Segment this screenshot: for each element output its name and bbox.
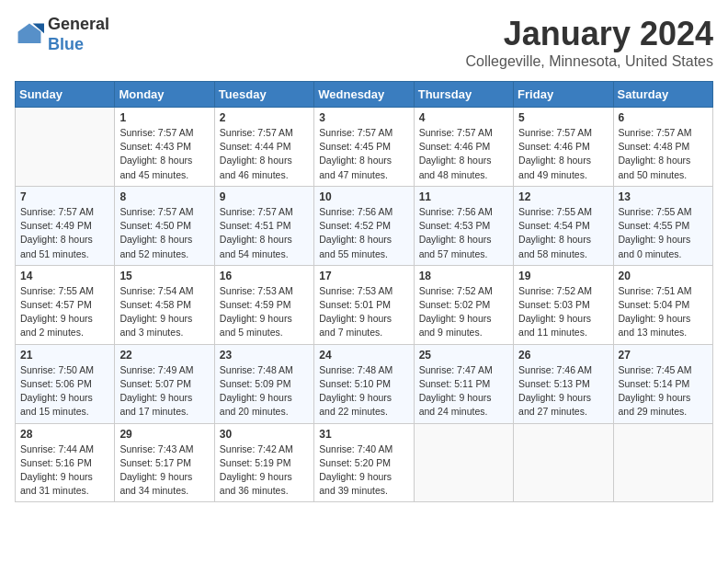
day-cell: 18Sunrise: 7:52 AMSunset: 5:02 PMDayligh… bbox=[414, 265, 513, 344]
weekday-header-wednesday: Wednesday bbox=[314, 82, 414, 108]
weekday-header-thursday: Thursday bbox=[414, 82, 513, 108]
day-info: Sunrise: 7:40 AMSunset: 5:20 PMDaylight:… bbox=[319, 442, 408, 499]
day-cell: 24Sunrise: 7:48 AMSunset: 5:10 PMDayligh… bbox=[314, 344, 414, 423]
logo: General Blue bbox=[15, 15, 109, 54]
day-info: Sunrise: 7:52 AMSunset: 5:02 PMDaylight:… bbox=[419, 284, 508, 340]
day-info: Sunrise: 7:57 AMSunset: 4:51 PMDaylight:… bbox=[220, 205, 309, 261]
day-number: 7 bbox=[20, 190, 109, 203]
day-number: 15 bbox=[119, 270, 209, 282]
week-row-1: 1Sunrise: 7:57 AMSunset: 4:43 PMDaylight… bbox=[16, 108, 713, 187]
logo-icon bbox=[15, 20, 44, 50]
day-number: 9 bbox=[220, 190, 309, 203]
calendar-subtitle: Collegeville, Minnesota, United States bbox=[466, 53, 713, 70]
week-row-5: 28Sunrise: 7:44 AMSunset: 5:16 PMDayligh… bbox=[16, 423, 713, 502]
day-cell: 12Sunrise: 7:55 AMSunset: 4:54 PMDayligh… bbox=[514, 186, 613, 265]
day-info: Sunrise: 7:57 AMSunset: 4:49 PMDaylight:… bbox=[20, 205, 109, 261]
day-info: Sunrise: 7:57 AMSunset: 4:45 PMDaylight:… bbox=[319, 126, 408, 182]
day-cell: 29Sunrise: 7:43 AMSunset: 5:17 PMDayligh… bbox=[115, 423, 214, 502]
day-number: 19 bbox=[518, 270, 608, 282]
calendar-header: General Blue January 2024 Collegeville, … bbox=[15, 15, 713, 70]
day-info: Sunrise: 7:48 AMSunset: 5:10 PMDaylight:… bbox=[319, 363, 408, 419]
day-info: Sunrise: 7:53 AMSunset: 5:01 PMDaylight:… bbox=[319, 284, 408, 340]
day-cell: 10Sunrise: 7:56 AMSunset: 4:52 PMDayligh… bbox=[314, 186, 414, 265]
day-number: 30 bbox=[220, 428, 309, 441]
day-cell: 21Sunrise: 7:50 AMSunset: 5:06 PMDayligh… bbox=[16, 344, 115, 423]
day-cell: 15Sunrise: 7:54 AMSunset: 4:58 PMDayligh… bbox=[115, 265, 214, 344]
day-number: 17 bbox=[319, 270, 408, 282]
day-number: 23 bbox=[220, 349, 309, 362]
day-number: 22 bbox=[119, 349, 209, 362]
day-cell: 4Sunrise: 7:57 AMSunset: 4:46 PMDaylight… bbox=[414, 108, 513, 187]
day-cell: 31Sunrise: 7:40 AMSunset: 5:20 PMDayligh… bbox=[314, 423, 414, 502]
day-number: 24 bbox=[319, 349, 408, 362]
day-info: Sunrise: 7:54 AMSunset: 4:58 PMDaylight:… bbox=[119, 284, 209, 340]
day-number: 28 bbox=[20, 428, 109, 441]
day-info: Sunrise: 7:45 AMSunset: 5:14 PMDaylight:… bbox=[619, 363, 708, 419]
day-cell: 2Sunrise: 7:57 AMSunset: 4:44 PMDaylight… bbox=[214, 108, 313, 187]
day-info: Sunrise: 7:57 AMSunset: 4:46 PMDaylight:… bbox=[518, 126, 608, 182]
day-number: 26 bbox=[518, 349, 608, 362]
day-info: Sunrise: 7:43 AMSunset: 5:17 PMDaylight:… bbox=[119, 442, 209, 499]
day-info: Sunrise: 7:48 AMSunset: 5:09 PMDaylight:… bbox=[220, 363, 309, 419]
day-cell: 23Sunrise: 7:48 AMSunset: 5:09 PMDayligh… bbox=[214, 344, 313, 423]
day-number: 21 bbox=[20, 349, 109, 362]
day-cell: 30Sunrise: 7:42 AMSunset: 5:19 PMDayligh… bbox=[214, 423, 313, 502]
day-number: 5 bbox=[518, 111, 608, 124]
day-cell: 22Sunrise: 7:49 AMSunset: 5:07 PMDayligh… bbox=[115, 344, 214, 423]
day-number: 20 bbox=[619, 270, 708, 282]
day-cell: 17Sunrise: 7:53 AMSunset: 5:01 PMDayligh… bbox=[314, 265, 414, 344]
day-cell: 8Sunrise: 7:57 AMSunset: 4:50 PMDaylight… bbox=[115, 186, 214, 265]
day-info: Sunrise: 7:55 AMSunset: 4:57 PMDaylight:… bbox=[20, 284, 109, 340]
day-info: Sunrise: 7:47 AMSunset: 5:11 PMDaylight:… bbox=[419, 363, 508, 419]
day-info: Sunrise: 7:51 AMSunset: 5:04 PMDaylight:… bbox=[619, 284, 708, 340]
day-number: 11 bbox=[419, 190, 508, 203]
week-row-2: 7Sunrise: 7:57 AMSunset: 4:49 PMDaylight… bbox=[16, 186, 713, 265]
day-info: Sunrise: 7:42 AMSunset: 5:19 PMDaylight:… bbox=[220, 442, 309, 499]
week-row-4: 21Sunrise: 7:50 AMSunset: 5:06 PMDayligh… bbox=[16, 344, 713, 423]
day-info: Sunrise: 7:46 AMSunset: 5:13 PMDaylight:… bbox=[518, 363, 608, 419]
day-number: 2 bbox=[220, 111, 309, 124]
weekday-header-tuesday: Tuesday bbox=[214, 82, 313, 108]
day-info: Sunrise: 7:57 AMSunset: 4:46 PMDaylight:… bbox=[419, 126, 508, 182]
weekday-header-sunday: Sunday bbox=[16, 82, 115, 108]
day-number: 1 bbox=[119, 111, 209, 124]
logo-general-text: General bbox=[48, 15, 109, 35]
day-cell: 14Sunrise: 7:55 AMSunset: 4:57 PMDayligh… bbox=[16, 265, 115, 344]
day-cell bbox=[613, 423, 712, 502]
day-cell: 20Sunrise: 7:51 AMSunset: 5:04 PMDayligh… bbox=[613, 265, 712, 344]
day-cell: 27Sunrise: 7:45 AMSunset: 5:14 PMDayligh… bbox=[613, 344, 712, 423]
day-info: Sunrise: 7:55 AMSunset: 4:54 PMDaylight:… bbox=[518, 205, 608, 261]
day-info: Sunrise: 7:57 AMSunset: 4:44 PMDaylight:… bbox=[220, 126, 309, 182]
week-row-3: 14Sunrise: 7:55 AMSunset: 4:57 PMDayligh… bbox=[16, 265, 713, 344]
day-number: 18 bbox=[419, 270, 508, 282]
logo-blue-text: Blue bbox=[48, 35, 109, 55]
calendar-table: SundayMondayTuesdayWednesdayThursdayFrid… bbox=[15, 81, 713, 502]
header-row: SundayMondayTuesdayWednesdayThursdayFrid… bbox=[16, 82, 713, 108]
day-cell: 3Sunrise: 7:57 AMSunset: 4:45 PMDaylight… bbox=[314, 108, 414, 187]
day-number: 16 bbox=[220, 270, 309, 282]
day-number: 25 bbox=[419, 349, 508, 362]
day-number: 27 bbox=[619, 349, 708, 362]
day-info: Sunrise: 7:57 AMSunset: 4:43 PMDaylight:… bbox=[119, 126, 209, 182]
title-section: January 2024 Collegeville, Minnesota, Un… bbox=[466, 15, 713, 70]
day-info: Sunrise: 7:55 AMSunset: 4:55 PMDaylight:… bbox=[619, 205, 708, 261]
weekday-header-friday: Friday bbox=[514, 82, 613, 108]
day-info: Sunrise: 7:50 AMSunset: 5:06 PMDaylight:… bbox=[20, 363, 109, 419]
day-number: 13 bbox=[619, 190, 708, 203]
day-number: 8 bbox=[119, 190, 209, 203]
day-number: 29 bbox=[119, 428, 209, 441]
day-info: Sunrise: 7:56 AMSunset: 4:53 PMDaylight:… bbox=[419, 205, 508, 261]
day-cell: 19Sunrise: 7:52 AMSunset: 5:03 PMDayligh… bbox=[514, 265, 613, 344]
day-cell: 16Sunrise: 7:53 AMSunset: 4:59 PMDayligh… bbox=[214, 265, 313, 344]
day-info: Sunrise: 7:49 AMSunset: 5:07 PMDaylight:… bbox=[119, 363, 209, 419]
day-number: 31 bbox=[319, 428, 408, 441]
day-cell: 28Sunrise: 7:44 AMSunset: 5:16 PMDayligh… bbox=[16, 423, 115, 502]
day-cell: 1Sunrise: 7:57 AMSunset: 4:43 PMDaylight… bbox=[115, 108, 214, 187]
weekday-header-monday: Monday bbox=[115, 82, 214, 108]
day-cell: 7Sunrise: 7:57 AMSunset: 4:49 PMDaylight… bbox=[16, 186, 115, 265]
day-info: Sunrise: 7:53 AMSunset: 4:59 PMDaylight:… bbox=[220, 284, 309, 340]
day-cell: 26Sunrise: 7:46 AMSunset: 5:13 PMDayligh… bbox=[514, 344, 613, 423]
day-number: 14 bbox=[20, 270, 109, 282]
day-info: Sunrise: 7:44 AMSunset: 5:16 PMDaylight:… bbox=[20, 442, 109, 499]
day-info: Sunrise: 7:52 AMSunset: 5:03 PMDaylight:… bbox=[518, 284, 608, 340]
